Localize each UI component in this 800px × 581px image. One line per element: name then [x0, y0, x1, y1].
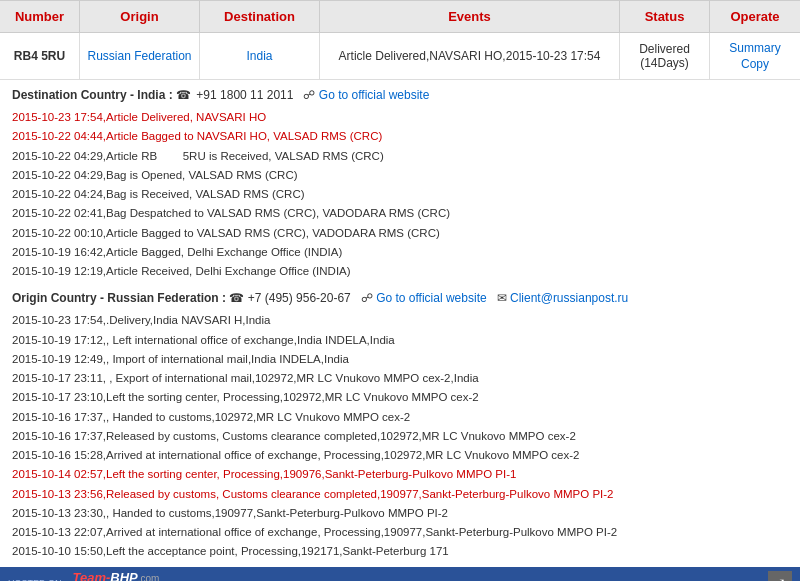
list-item: 2015-10-22 04:29,Article RB 5RU is Recei…: [12, 147, 788, 166]
tracking-number: RB4: [14, 49, 38, 63]
summary-link[interactable]: Summary: [729, 41, 780, 55]
detail-section: Destination Country - India : ☎ +91 1800…: [0, 80, 800, 581]
origin-header: Origin Country - Russian Federation : ☎ …: [12, 291, 788, 305]
destination-country-link[interactable]: India: [246, 49, 272, 63]
footer-bhp: BHP: [110, 571, 137, 581]
list-item: 2015-10-22 04:29,Bag is Opened, VALSAD R…: [12, 166, 788, 185]
zoom-button[interactable]: ⤢: [768, 571, 792, 581]
list-item: 2015-10-23 17:54,Article Delivered, NAVS…: [12, 108, 788, 127]
origin-email-link[interactable]: Client@russianpost.ru: [510, 291, 628, 305]
cell-operate: Summary Copy: [710, 33, 800, 79]
list-item: 2015-10-13 23:56,Released by customs, Cu…: [12, 485, 788, 504]
origin-email-icon: ✉: [497, 291, 507, 305]
origin-event-list: 2015-10-23 17:54,.Delivery,India NAVSARI…: [12, 311, 788, 581]
origin-label: Origin Country - Russian Federation :: [12, 291, 226, 305]
list-item: 2015-10-19 12:19,Article Received, Delhi…: [12, 262, 788, 281]
footer-bar: HOSTED ON : Team-BHP.com Indias Largest …: [0, 567, 800, 581]
origin-phone: +7 (495) 956-20-67: [248, 291, 351, 305]
destination-event-list: 2015-10-23 17:54,Article Delivered, NAVS…: [12, 108, 788, 281]
footer-dotcom: .com: [138, 573, 160, 581]
dest-link-icon: ☍: [303, 88, 315, 102]
list-item: 2015-10-13 23:30,, Handed to customs,190…: [12, 504, 788, 523]
destination-phone: +91 1800 11 2011: [196, 88, 293, 102]
list-item: 2015-10-16 17:37,, Handed to customs,102…: [12, 408, 788, 427]
footer-logo: Team-BHP.com Indias Largest Automotive C…: [73, 571, 208, 581]
table-header: Number Origin Destination Events Status …: [0, 0, 800, 33]
list-item: 2015-10-22 00:10,Article Bagged to VALSA…: [12, 224, 788, 243]
list-item: 2015-10-16 17:37,Released by customs, Cu…: [12, 427, 788, 446]
origin-phone-icon: ☎: [229, 291, 244, 305]
origin-code: 5RU: [41, 49, 65, 63]
cell-events: Article Delivered,NAVSARI HO,2015-10-23 …: [320, 33, 620, 79]
list-item: 2015-10-19 16:42,Article Bagged, Delhi E…: [12, 243, 788, 262]
copy-link[interactable]: Copy: [741, 57, 769, 71]
header-status: Status: [620, 1, 710, 32]
destination-official-link[interactable]: Go to official website: [319, 88, 430, 102]
header-number: Number: [0, 1, 80, 32]
origin-official-link[interactable]: Go to official website: [376, 291, 487, 305]
list-item: 2015-10-19 12:49,, Import of internation…: [12, 350, 788, 369]
list-item: 2015-10-19 17:12,, Left international of…: [12, 331, 788, 350]
phone-icon: ☎: [176, 88, 191, 102]
status-text: Delivered: [639, 42, 690, 56]
destination-label: Destination Country - India :: [12, 88, 173, 102]
footer-team: Team-: [73, 571, 111, 581]
origin-country-link[interactable]: Russian Federation: [87, 49, 191, 63]
list-item: 2015-10-22 04:24,Bag is Received, VALSAD…: [12, 185, 788, 204]
list-item: 2015-10-16 15:28,Arrived at internationa…: [12, 446, 788, 465]
origin-link-icon: ☍: [361, 291, 373, 305]
list-item: 2015-10-17 23:11, , Export of internatio…: [12, 369, 788, 388]
list-item: 2015-10-23 17:54,.Delivery,India NAVSARI…: [12, 311, 788, 330]
header-operate: Operate: [710, 1, 800, 32]
list-item: 2015-10-22 04:44,Article Bagged to NAVSA…: [12, 127, 788, 146]
list-item: 2015-10-10 15:50,Left the acceptance poi…: [12, 542, 788, 561]
event-text: Article Delivered,NAVSARI HO,2015-10-23 …: [339, 49, 601, 63]
main-container: Number Origin Destination Events Status …: [0, 0, 800, 581]
list-item: 2015-10-14 02:57,Left the sorting center…: [12, 465, 788, 484]
tracking-row: RB4 5RU Russian Federation India Article…: [0, 33, 800, 80]
cell-number: RB4 5RU: [0, 33, 80, 79]
header-events: Events: [320, 1, 620, 32]
cell-origin: Russian Federation: [80, 33, 200, 79]
header-destination: Destination: [200, 1, 320, 32]
status-days: (14Days): [639, 56, 690, 70]
header-origin: Origin: [80, 1, 200, 32]
destination-header: Destination Country - India : ☎ +91 1800…: [12, 88, 788, 102]
cell-status: Delivered (14Days): [620, 33, 710, 79]
cell-destination: India: [200, 33, 320, 79]
list-item: 2015-10-22 02:41,Bag Despatched to VALSA…: [12, 204, 788, 223]
list-item: 2015-10-17 23:10,Left the sorting center…: [12, 388, 788, 407]
list-item: 2015-10-13 22:07,Arrived at internationa…: [12, 523, 788, 542]
